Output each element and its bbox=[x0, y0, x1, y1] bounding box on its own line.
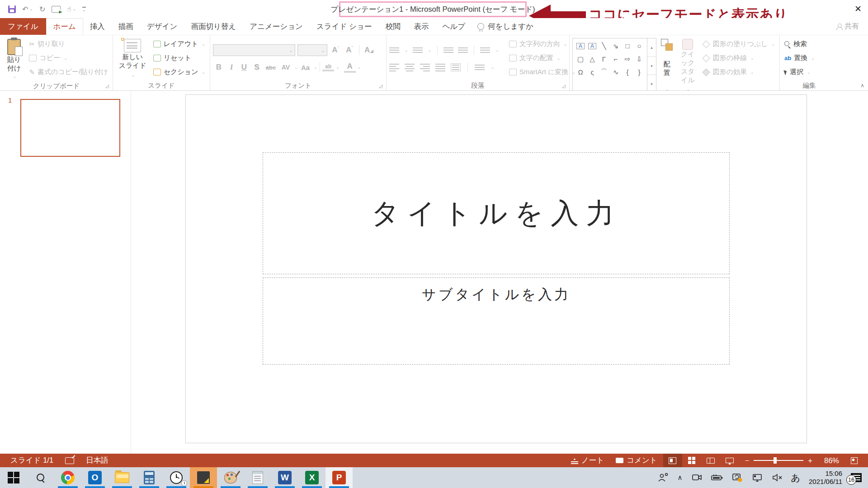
taskbar-powerpoint[interactable]: P bbox=[326, 467, 353, 488]
cut-button[interactable]: ✂切り取り bbox=[27, 37, 110, 51]
font-dialog-launcher-icon[interactable]: ◿ bbox=[379, 84, 382, 89]
quick-styles-button[interactable]: クイックスタイル⌄ bbox=[677, 37, 698, 95]
columns-icon[interactable] bbox=[475, 65, 485, 70]
shape-rectangle[interactable]: □ bbox=[622, 39, 633, 52]
shrink-font-button[interactable]: Aˇ bbox=[344, 46, 355, 55]
taskbar-notepad[interactable] bbox=[244, 467, 271, 488]
paste-button[interactable]: 貼り付け ⌄ bbox=[3, 37, 25, 82]
paste-dropdown-icon[interactable]: ⌄ bbox=[13, 72, 16, 81]
character-spacing-button[interactable]: AV bbox=[279, 64, 292, 71]
taskbar-file-explorer[interactable] bbox=[108, 467, 136, 488]
clipboard-dialog-launcher-icon[interactable]: ◿ bbox=[105, 84, 109, 89]
decrease-indent-icon[interactable] bbox=[443, 47, 453, 53]
bold-button[interactable]: B bbox=[213, 63, 225, 72]
justify-icon[interactable] bbox=[435, 64, 445, 71]
shape-curve[interactable]: ∿ bbox=[610, 66, 622, 79]
shape-text-box[interactable]: A bbox=[576, 43, 585, 49]
copy-button[interactable]: コピー⌄ bbox=[27, 51, 110, 65]
tray-notification-button[interactable]: 16 bbox=[847, 473, 868, 482]
comments-button[interactable]: コメント bbox=[610, 454, 663, 467]
shape-effects-button[interactable]: 図形の効果⌄ bbox=[700, 65, 777, 79]
section-button[interactable]: セクション⌄ bbox=[151, 65, 207, 79]
layout-button[interactable]: レイアウト⌄ bbox=[151, 37, 207, 51]
touch-mode-dropdown-icon[interactable]: ⌄ bbox=[73, 7, 76, 11]
taskbar-paint[interactable] bbox=[217, 467, 244, 488]
slideshow-view-button[interactable] bbox=[720, 454, 739, 467]
customize-qat-button[interactable]: ⌄ bbox=[82, 7, 86, 12]
normal-view-button[interactable] bbox=[663, 454, 682, 467]
tab-help[interactable]: ヘルプ bbox=[435, 18, 472, 35]
font-color-dropdown-icon[interactable]: ⌄ bbox=[358, 65, 361, 70]
text-direction-button[interactable]: 文字列の方向⌄ bbox=[507, 37, 577, 51]
section-dropdown-icon[interactable]: ⌄ bbox=[202, 70, 205, 75]
taskbar-outlook[interactable]: O bbox=[81, 467, 108, 488]
tab-file[interactable]: ファイル bbox=[0, 18, 46, 35]
tab-design[interactable]: デザイン bbox=[140, 18, 184, 35]
shape-scribble[interactable]: ς bbox=[586, 66, 598, 79]
align-text-button[interactable]: 文字の配置⌄ bbox=[507, 51, 577, 65]
clear-formatting-button[interactable]: A◢ bbox=[363, 46, 375, 55]
copy-dropdown-icon[interactable]: ⌄ bbox=[64, 56, 67, 61]
title-placeholder[interactable]: タイトルを入力 bbox=[263, 152, 730, 274]
tray-clock[interactable]: 15:06 2021/06/11 bbox=[804, 469, 847, 486]
change-case-button[interactable]: Aa bbox=[299, 64, 312, 71]
taskbar-search-button[interactable] bbox=[27, 467, 54, 488]
tab-draw[interactable]: 描画 bbox=[112, 18, 140, 35]
shape-vertical-text-box[interactable]: A bbox=[588, 43, 596, 49]
bullets-icon[interactable] bbox=[389, 47, 399, 53]
taskbar-calculator[interactable] bbox=[136, 467, 163, 488]
strikethrough-button[interactable]: abc bbox=[264, 64, 278, 71]
replace-button[interactable]: ab置換⌄ bbox=[783, 51, 816, 65]
font-color-button[interactable]: A bbox=[344, 62, 356, 73]
shape-oval[interactable]: ○ bbox=[633, 39, 645, 52]
close-icon[interactable]: ✕ bbox=[854, 4, 862, 14]
tray-sync-button[interactable] bbox=[727, 473, 747, 483]
align-left-icon[interactable] bbox=[389, 64, 399, 71]
accessibility-checker-button[interactable] bbox=[59, 454, 80, 467]
repeat-button[interactable]: ↻ bbox=[39, 5, 45, 14]
shape-arc[interactable]: ⌒ bbox=[598, 66, 610, 79]
start-button[interactable] bbox=[0, 467, 27, 488]
taskbar-clock-app[interactable] bbox=[163, 467, 190, 488]
tray-ime-button[interactable]: あ bbox=[787, 472, 804, 484]
language-button[interactable]: 日本語 bbox=[80, 454, 114, 467]
touch-mode-button[interactable]: ☝⌄ bbox=[67, 5, 76, 13]
highlight-dropdown-icon[interactable]: ⌄ bbox=[336, 65, 340, 70]
reset-button[interactable]: リセット bbox=[151, 51, 207, 65]
tab-home[interactable]: ホーム bbox=[46, 18, 83, 35]
align-center-icon[interactable] bbox=[405, 64, 415, 71]
shape-left-brace[interactable]: { bbox=[622, 66, 633, 79]
tray-meet-now-button[interactable] bbox=[687, 473, 707, 482]
align-right-icon[interactable] bbox=[420, 64, 430, 71]
taskbar-excel[interactable]: X bbox=[298, 467, 326, 488]
justify-distribute-icon[interactable] bbox=[451, 63, 461, 71]
shapes-scroll-down-icon[interactable]: ▾ bbox=[647, 57, 656, 75]
taskbar-active-app[interactable] bbox=[190, 467, 217, 488]
shape-triangle[interactable]: △ bbox=[586, 52, 598, 66]
font-name-dropdown-icon[interactable]: ⌄ bbox=[289, 48, 293, 53]
tell-me-box[interactable]: 何をしますか bbox=[472, 18, 539, 35]
shape-outline-button[interactable]: 図形の枠線⌄ bbox=[700, 51, 777, 65]
underline-button[interactable]: U bbox=[238, 63, 250, 72]
tab-transitions[interactable]: 画面切り替え bbox=[184, 18, 243, 35]
arrange-button[interactable]: 配置 ⌄ bbox=[658, 37, 675, 95]
shape-down-arrow[interactable]: ⇩ bbox=[633, 52, 645, 66]
change-case-dropdown-icon[interactable]: ⌄ bbox=[314, 65, 318, 70]
zoom-level[interactable]: 86% bbox=[818, 454, 845, 467]
tab-insert[interactable]: 挿入 bbox=[83, 18, 112, 35]
shape-elbow-connector[interactable]: Γ bbox=[598, 52, 610, 66]
tab-view[interactable]: 表示 bbox=[407, 18, 435, 35]
font-name-combobox[interactable]: ⌄ bbox=[213, 44, 295, 56]
line-spacing-icon[interactable] bbox=[480, 47, 490, 53]
font-size-combobox[interactable]: ⌄ bbox=[297, 44, 327, 56]
tray-network-button[interactable] bbox=[747, 473, 767, 482]
tray-battery-button[interactable] bbox=[707, 474, 727, 482]
zoom-out-button[interactable]: − bbox=[739, 454, 750, 467]
slide-sorter-view-button[interactable] bbox=[682, 454, 701, 467]
shape-fill-button[interactable]: 図形の塗りつぶし⌄ bbox=[700, 37, 777, 51]
convert-smartart-button[interactable]: SmartArt に変換⌄ bbox=[507, 65, 577, 79]
reading-view-button[interactable] bbox=[701, 454, 720, 467]
subtitle-placeholder[interactable]: サブタイトルを入力 bbox=[263, 277, 730, 365]
fit-to-window-button[interactable] bbox=[845, 454, 863, 467]
shape-right-brace[interactable]: } bbox=[633, 66, 645, 79]
